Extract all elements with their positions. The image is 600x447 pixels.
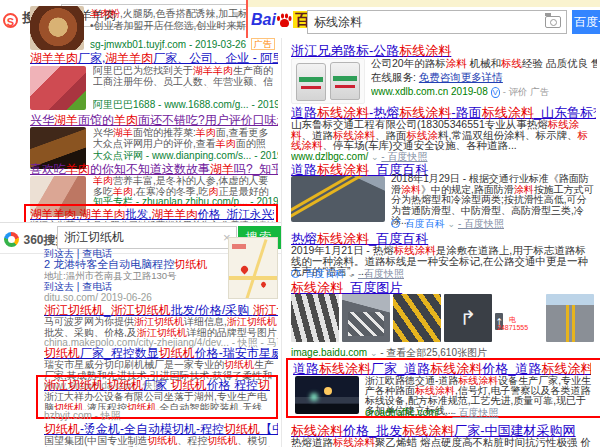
road-image[interactable] <box>393 294 441 342</box>
result-thumbnail[interactable] <box>291 176 385 222</box>
result-desc: 2018年1月29日 - 根据交通行业标准《路面防滑涂料》中的规定,路面防滑涂料… <box>391 174 595 216</box>
baidu-results-panel: Bai百度 百度一下 浙江兄弟路标-公路标线涂料 公司20年的路标涂料 机械和标… <box>281 0 600 447</box>
result-title-images[interactable]: 标线涂料_百度图片 <box>291 281 591 295</box>
map-pin-icon <box>240 265 250 275</box>
baike-icon <box>291 269 300 278</box>
result-url: 阿里巴巴1688 - www.1688.com/g... - 2019-6-19… <box>93 99 278 110</box>
result-url: hzbyjt.com - 快照 <box>44 410 270 421</box>
so360-logo-icon <box>4 232 19 247</box>
result-thumbnail[interactable] <box>291 58 365 104</box>
map-pin-icon <box>260 281 267 288</box>
cache-link[interactable]: - 百度快照 <box>381 151 427 162</box>
result-desc: 浙江大祥办公设备有限公司坐落于湖州,专业生产电脑切纸机,液压程控切纸机,全自动智… <box>44 391 270 410</box>
chevron-down-icon[interactable]: ⌄ <box>371 152 379 162</box>
map-thumbnail[interactable] <box>228 237 278 299</box>
cache-link[interactable]: - 百度快照 <box>452 407 498 418</box>
rating-tag[interactable]: - 评价 <box>503 86 528 97</box>
result-desc: 阿里巴巴为您找到关于湖羊羊肉生产商的工商注册年份、员工人数、年营业额、信用记录、… <box>93 65 278 88</box>
baidu-search-input[interactable] <box>307 10 567 34</box>
cache-link[interactable]: - 百度快照 <box>358 268 404 279</box>
result-thumbnail[interactable] <box>30 66 86 110</box>
result-url: www.dzlbgc.com/ <box>291 151 368 162</box>
result-desc: 热熔道路标线涂料聚乙烯蜡 熔点硬度高不粘脏时间抗污性极强 价格:12000元/吨… <box>291 437 596 447</box>
cache-link[interactable]: - 百度快照 <box>458 218 504 229</box>
view-all-images-link[interactable]: - 查看全部25,610张图片 <box>380 347 487 358</box>
paint-bucket <box>330 62 360 100</box>
baidu-logo-bai: Bai <box>251 11 276 28</box>
result-desc: 山东鲁标交通工程有限公司(18305346551专业从事热熔标线涂料、道路标线涂… <box>291 119 593 150</box>
result-url: oroadtraffic.com/ <box>365 407 439 418</box>
map-road <box>245 239 267 299</box>
road-image[interactable]: 电24871555↑ <box>495 313 503 330</box>
result-thumbnail[interactable] <box>295 376 359 414</box>
result-desc: 马可波罗网为你提供浙江切纸机详细信息,浙江切纸机批发、采购、价格,及浙江切纸机详… <box>44 316 278 337</box>
verified-icon: V <box>491 87 500 98</box>
service-prefix: 在线服务: <box>371 72 416 83</box>
result-desc: 浙江欧路德交通-道路标线涂料设备生产厂家,专业生产各种路面标线涂料,信号灯,电子… <box>365 376 593 406</box>
ad-url: sg-jmwxb01.tuyjf.com - 2019-03-26 <box>90 39 246 50</box>
baidu-paw-icon <box>277 13 292 28</box>
top-banner <box>248 0 600 7</box>
result-url: www.xdlb.com.cn 2019-08 <box>371 86 488 97</box>
chevron-down-icon[interactable]: ⌄ <box>448 219 456 229</box>
road-image[interactable]: ↱ <box>444 294 492 342</box>
ad-badge: 广告 <box>251 38 275 50</box>
baike-source-link[interactable]: 百度百科 <box>305 268 345 279</box>
camera-icon[interactable] <box>545 16 561 28</box>
road-image[interactable] <box>342 294 390 342</box>
baidu-search-button[interactable]: 百度一下 <box>572 10 600 34</box>
result-title-xiongdi[interactable]: 浙江兄弟路标-公路标线涂料 <box>291 44 581 58</box>
chevron-down-icon[interactable]: ⌄ <box>370 348 378 358</box>
result-thumbnail[interactable] <box>30 6 84 50</box>
result-desc: 2019年1月21日 - 热熔标线涂料是涂敷在道路上,用于标志道路标线的一种涂料… <box>291 245 596 266</box>
road-image[interactable] <box>291 294 339 342</box>
sogou-logo-icon: S <box>3 13 18 28</box>
panel-divider <box>281 38 282 447</box>
paint-bucket <box>296 63 326 101</box>
chevron-down-icon[interactable]: ⌄ <box>348 269 356 279</box>
result-desc-line1: 公司20年的路标涂料 机械和标线经验 品质优良 售后周到 <box>371 58 597 69</box>
chevron-down-icon[interactable]: ⌄ <box>442 408 450 418</box>
image-overlay-text: 电24871555 <box>497 316 503 330</box>
ad-tag: 广告 <box>530 86 549 97</box>
so360-results-panel: 360搜索 × 搜索 到这去 | 查电话 2 龙港特客全自动电脑程控切纸机 地址… <box>0 222 281 447</box>
so360-search-input[interactable] <box>57 226 237 249</box>
baike-icon <box>391 219 400 228</box>
result-desc: 羊肉营养丰富,是冬补的人参,体虚的人要多吃羊肉,在寒冷的冬季,吃肉正是最好的滋补… <box>93 175 278 196</box>
result-url: image.baidu.com <box>291 347 367 358</box>
result-title-oulude[interactable]: 道路标线涂料厂家_道路标线涂料价格_道路标线涂料批发-浙江欧路德... <box>293 362 591 376</box>
result-desc: 兴华湖羊面馆的推荐菜:羊肉面,查看更多大众点评网用户的评价,查看羊肉面的照片,体… <box>93 127 278 150</box>
map-label <box>232 244 246 249</box>
road-image[interactable] <box>546 294 594 342</box>
consult-link[interactable]: 免费咨询更多详情 <box>419 72 503 83</box>
result-title-dianping[interactable]: 兴华湖羊面馆的羊肉面还不错吃?用户评价口味怎么样?吴江美食羊肉... <box>30 114 278 127</box>
baike-source-link[interactable]: 百度百科 <box>405 218 445 229</box>
result-title-1688[interactable]: 湖羊羊肉厂家,湖羊羊肉厂家、公司、企业 - 阿里巴巴公司黄页 <box>30 52 278 65</box>
result-desc: 国望集团(中国专业制造切纸机、程控切纸机、模切机、烫金机、数切系机,全自动烫金模… <box>44 435 278 447</box>
map-url: ditu.so.com/ 2019-06-26 <box>44 292 224 303</box>
result-url: 大众点评网 - www.dianping.com/s... - 2019-2-7… <box>93 150 278 161</box>
image-strip: ↱ 电24871555↑ <box>291 294 597 342</box>
sogou-results-panel: S 搜狗搜索 羊肉粉,火腿肠,色香搭配诱辣,加工标准化流程,小白做腿,一经推出便… <box>0 0 281 222</box>
